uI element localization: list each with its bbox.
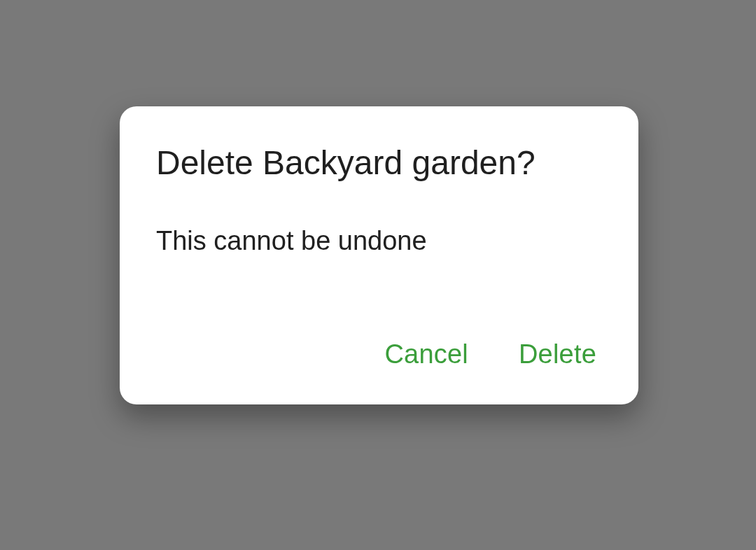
confirm-delete-dialog: Delete Backyard garden? This cannot be u… xyxy=(120,106,638,404)
cancel-button[interactable]: Cancel xyxy=(382,335,471,374)
dialog-message: This cannot be undone xyxy=(156,224,602,258)
delete-button[interactable]: Delete xyxy=(516,335,599,374)
dialog-actions: Cancel Delete xyxy=(156,335,602,379)
dialog-title: Delete Backyard garden? xyxy=(156,143,602,183)
